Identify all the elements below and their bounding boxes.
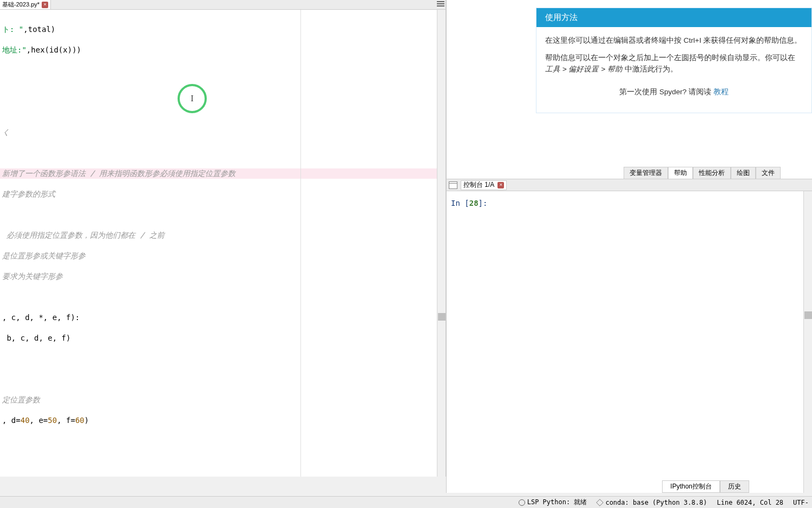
browse-tabs-icon[interactable]	[449, 181, 457, 189]
console-tab-label: 控制台 1/A	[463, 180, 494, 190]
status-lsp[interactable]: LSP Python: 就绪	[519, 498, 587, 507]
editor-scrollbar[interactable]	[437, 10, 446, 477]
code-text: 60	[75, 416, 84, 425]
console-body[interactable]: In [28]:	[447, 191, 812, 215]
help-text: 第一次使用 Spyder? 请阅读	[619, 88, 713, 96]
code-text: ト: "	[2, 25, 23, 34]
status-text: Line 6024, Col 28	[717, 499, 783, 506]
code-text: 新增了一个函数形参语法 / 用来指明函数形参必须使用指定位置参数	[2, 169, 235, 178]
code-text: 地址:"	[2, 45, 27, 54]
help-text: 帮助信息可以在一个对象之后加上一个左圆括号的时候自动显示。你可以在 工具 > 偏…	[545, 52, 803, 75]
code-text: b, c, d, e, f)	[2, 334, 70, 342]
console-prompt-number: 28	[469, 199, 479, 207]
code-text: 要求为关键字形参	[2, 272, 63, 281]
tab-history[interactable]: 历史	[720, 480, 749, 493]
tab-plots[interactable]: 绘图	[731, 167, 756, 179]
scrollbar-thumb[interactable]	[438, 313, 446, 321]
code-area[interactable]: ト: ",total) 地址:",hex(id(x))) く 新增了一个函数形参…	[0, 10, 446, 477]
console-scrollbar[interactable]	[803, 191, 812, 493]
editor-tab[interactable]: 基础-2023.py* ×	[0, 0, 51, 9]
code-text: , d=	[2, 416, 21, 425]
status-cursor-position[interactable]: Line 6024, Col 28	[717, 499, 783, 506]
status-text: conda: base (Python 3.8.8)	[605, 499, 707, 506]
code-text: , f=	[57, 416, 75, 425]
console-panel: 控制台 1/A × In [28]:	[446, 179, 812, 493]
code-text: ,hex(id(x)))	[27, 45, 81, 54]
tab-variable-explorer[interactable]: 变量管理器	[624, 167, 668, 179]
cube-icon	[597, 499, 604, 506]
console-prompt: ]:	[479, 199, 488, 207]
code-text: 是位置形参或关键字形参	[2, 251, 86, 260]
help-card: 使用方法 在这里你可以通过在编辑器或者终端中按 Ctrl+I 来获得任何对象的帮…	[536, 8, 812, 113]
tab-profiler[interactable]: 性能分析	[693, 167, 731, 179]
close-icon[interactable]: ×	[42, 2, 48, 8]
code-text: 必须使用指定位置参数，因为他们都在 / 之前	[2, 231, 165, 239]
status-text: LSP Python: 就绪	[527, 498, 587, 507]
editor-tab-label: 基础-2023.py*	[2, 1, 40, 9]
editor-tab-bar: 基础-2023.py* ×	[0, 0, 446, 10]
column-guide	[300, 10, 301, 477]
help-title: 使用方法	[536, 8, 811, 27]
tab-ipython-console[interactable]: IPython控制台	[662, 480, 720, 493]
help-path: 工具 > 偏好设置 > 帮助	[545, 65, 623, 73]
console-prompt: In [	[451, 199, 469, 207]
help-panel: 使用方法 在这里你可以通过在编辑器或者终端中按 Ctrl+I 来获得任何对象的帮…	[446, 0, 812, 179]
close-icon[interactable]: ×	[497, 182, 504, 188]
help-text: 帮助信息可以在一个对象之后加上一个左圆括号的时候自动显示。你可以在	[545, 54, 795, 62]
tutorial-link[interactable]: 教程	[713, 88, 729, 96]
code-text: )	[84, 416, 89, 425]
help-text: 中激活此行为。	[623, 65, 678, 73]
help-footer: 第一次使用 Spyder? 请阅读 教程	[545, 81, 803, 106]
code-text: 50	[48, 416, 57, 425]
right-top-tabs: 变量管理器 帮助 性能分析 绘图 文件	[624, 167, 781, 179]
console-tab[interactable]: 控制台 1/A ×	[461, 180, 507, 190]
status-encoding[interactable]: UTF-	[793, 499, 809, 506]
code-text: , c, d, *, e, f):	[2, 313, 80, 322]
editor-body[interactable]: ト: ",total) 地址:",hex(id(x))) く 新增了一个函数形参…	[0, 10, 446, 477]
hamburger-icon[interactable]	[437, 1, 444, 8]
tab-files[interactable]: 文件	[756, 167, 781, 179]
help-text: 在这里你可以通过在编辑器或者终端中按 Ctrl+I 来获得任何对象的帮助信息。	[545, 35, 803, 47]
code-text: 建字参数的形式	[2, 190, 55, 198]
status-text: UTF-	[793, 499, 809, 506]
editor-panel: 基础-2023.py* × ト: ",total) 地址:",hex(id(x)…	[0, 0, 446, 477]
scrollbar-thumb[interactable]	[804, 311, 812, 319]
code-text: , e=	[30, 416, 48, 425]
status-conda[interactable]: conda: base (Python 3.8.8)	[597, 499, 707, 506]
code-text: く	[2, 128, 10, 136]
code-text: ,total)	[23, 25, 55, 34]
status-bar: LSP Python: 就绪 conda: base (Python 3.8.8…	[0, 496, 812, 508]
console-tab-bar: 控制台 1/A ×	[447, 179, 812, 191]
code-text: 定位置参数	[2, 395, 40, 404]
help-body: 在这里你可以通过在编辑器或者终端中按 Ctrl+I 来获得任何对象的帮助信息。 …	[536, 27, 811, 113]
code-text: 40	[21, 416, 30, 425]
tab-help[interactable]: 帮助	[668, 167, 693, 179]
gear-icon	[519, 499, 525, 506]
